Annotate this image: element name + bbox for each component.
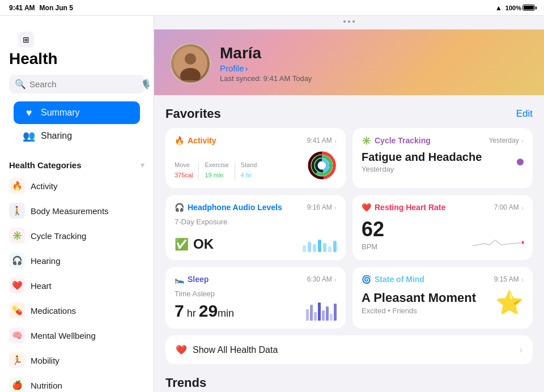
search-icon: 🔍 [15,79,26,90]
headphone-card[interactable]: 🎧 Headphone Audio Levels 9:16 AM › 7-Day… [165,195,346,260]
body-measurements-icon: 🚶 [9,203,25,219]
status-time: 9:41 AM [9,4,35,12]
activity-time: 9:41 AM › [307,137,337,145]
state-of-mind-card[interactable]: 🌀 State of Mind 9:15 AM › A Pleasant Mom… [352,267,533,329]
stand-value: 4 hr [241,168,257,180]
bpm-value: 62 [362,218,384,241]
profile-row: María Profile › Last synced: 9:41 AM Tod… [170,43,528,84]
health-categories-header: Health Categories ▾ [0,152,154,173]
profile-sync: Last synced: 9:41 AM Today [220,74,312,83]
heart-rate-time: 7:00 AM › [494,203,524,212]
trends-section: Trends 🔥 Exercise Minutes › ❤️ Walking H… [154,364,544,392]
cycle-icon: ✳️ [362,136,371,145]
drag-handle [154,16,544,29]
mobility-icon: 🏃 [9,352,25,368]
cycle-dot [517,159,524,165]
stand-label: Stand [241,161,257,168]
sidebar-item-heart[interactable]: ❤️ Heart [0,273,154,298]
sidebar-item-mental-wellbeing[interactable]: 🧠 Mental Wellbeing [0,323,154,348]
state-time: 9:15 AM › [494,275,524,284]
favorites-grid: 🔥 Activity 9:41 AM › Move [165,128,533,329]
sleep-duration: 7 hr 29min [175,301,234,321]
edit-button[interactable]: Edit [516,108,533,120]
profile-link[interactable]: Profile › [220,63,312,73]
sleep-card[interactable]: 🛌 Sleep 6:30 AM › Time Asleep 7 hr 29min [165,267,346,329]
sleep-chevron-icon: › [334,275,337,284]
sleep-card-title: 🛌 Sleep [175,275,209,284]
status-bar: 9:41 AM Mon Jun 5 ▲ 100% [0,0,544,16]
sidebar-item-medications[interactable]: 💊 Medications [0,298,154,323]
profile-chevron-icon: › [245,63,248,73]
headphone-chevron-icon: › [334,203,337,212]
activity-icon: 🔥 [9,178,25,194]
activity-rings [307,151,337,180]
app-title: Health [9,50,144,68]
status-day: Mon Jun 5 [40,4,73,12]
heart-small-icon: ❤️ [176,344,187,355]
state-card-title: 🌀 State of Mind [362,275,424,284]
profile-name: María [220,44,312,62]
cycle-date: Yesterday [362,165,482,173]
favorites-header: Favorites Edit [165,106,533,121]
search-bar[interactable]: 🔍 🎙️ [9,75,144,93]
medications-icon: 💊 [9,302,25,318]
move-value: 375cal [175,168,193,180]
cycle-symptom: Fatigue and Headache [362,151,482,164]
profile-info: María Profile › Last synced: 9:41 AM Tod… [220,44,312,83]
activity-flame-icon: 🔥 [175,136,184,145]
sidebar-item-mobility[interactable]: 🏃 Mobility [0,348,154,373]
sidebar-item-hearing[interactable]: 🎧 Hearing [0,248,154,273]
heart-rate-icon: ❤️ [362,203,371,212]
activity-card-title: 🔥 Activity [175,136,216,145]
check-icon: ✅ [175,237,189,251]
health-categories-label: Health Categories [9,160,82,170]
sidebar-item-nutrition[interactable]: 🍎 Nutrition [0,373,154,392]
exposure-label: 7-Day Exposure [175,218,337,226]
exercise-value: 19 min [205,168,228,180]
exercise-label: Exercise [205,161,228,168]
sidebar-item-body-measurements[interactable]: 🚶 Body Measurements [0,198,154,223]
cycle-card-title: ✳️ Cycle Tracking [362,136,431,145]
heart-rate-chart [473,229,524,252]
show-all-label: Show All Health Data [193,345,514,355]
heart-rate-card-title: ❤️ Resting Heart Rate [362,203,445,212]
activity-chevron-icon: › [334,137,337,145]
heart-rate-chevron-icon: › [521,203,524,212]
sidebar-item-cycle-tracking[interactable]: ✳️ Cycle Tracking [0,223,154,248]
mic-icon[interactable]: 🎙️ [141,79,152,90]
sleep-label: Time Asleep [175,289,337,298]
battery-indicator: 100% [505,5,535,11]
show-all-chevron-icon: › [520,345,522,355]
sidebar-item-activity[interactable]: 🔥 Activity [0,173,154,198]
sidebar: ⊞ Health 🔍 🎙️ ♥ Summary 👥 Sharing Health… [0,16,154,392]
sleep-card-icon: 🛌 [175,275,184,284]
move-label: Move [175,161,193,168]
summary-label: Summary [41,108,79,118]
state-value: A Pleasant Moment [362,291,476,305]
cycle-tracking-card[interactable]: ✳️ Cycle Tracking Yesterday › Fatigue an… [352,128,533,188]
state-icon: 🌀 [362,275,371,284]
profile-header: María Profile › Last synced: 9:41 AM Tod… [154,29,544,95]
wifi-icon: ▲ [495,4,502,12]
sharing-label: Sharing [41,131,72,141]
cycle-time: Yesterday › [489,137,524,145]
show-all-health-data-button[interactable]: ❤️ Show All Health Data › [165,335,533,364]
svg-point-1 [185,53,196,65]
search-input[interactable] [29,79,137,89]
sidebar-toggle-button[interactable]: ⊞ [18,32,34,48]
sidebar-item-summary[interactable]: ♥ Summary [14,101,140,124]
cycle-tracking-icon: ✳️ [9,228,25,244]
favorites-section: Favorites Edit 🔥 Activity 9:41 AM › [154,95,544,329]
activity-card[interactable]: 🔥 Activity 9:41 AM › Move [165,128,346,188]
trends-title: Trends [165,376,533,390]
headphone-time: 9:16 AM › [307,203,337,212]
hearing-icon: 🎧 [9,253,25,269]
categories-chevron-icon[interactable]: ▾ [141,161,144,169]
sidebar-item-sharing[interactable]: 👥 Sharing [14,125,140,147]
resting-heart-rate-card[interactable]: ❤️ Resting Heart Rate 7:00 AM › 62 [352,195,533,260]
heart-icon: ♥ [23,106,35,119]
sharing-icon: 👥 [23,130,35,142]
favorites-title: Favorites [165,106,221,121]
ok-badge: ✅ OK [175,236,214,252]
sleep-time-header: 6:30 AM › [307,275,337,284]
